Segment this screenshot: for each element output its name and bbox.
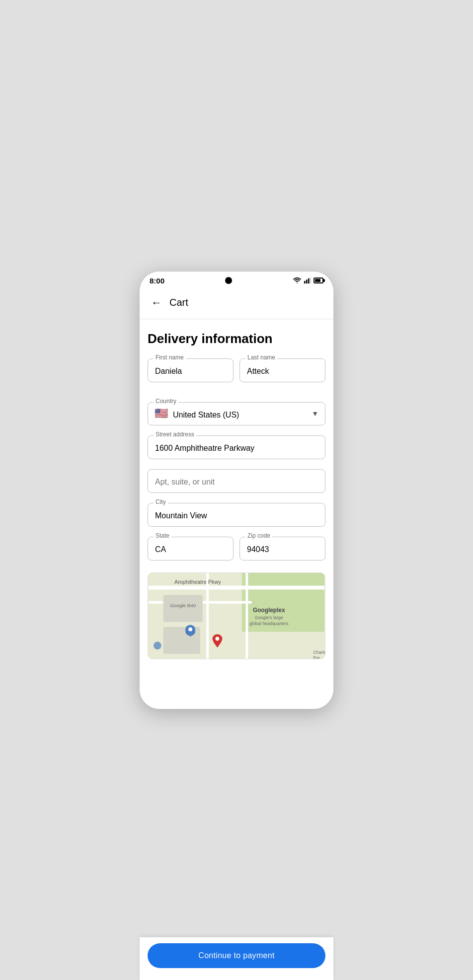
status-time: 8:00 [150,277,164,285]
svg-text:global headquarters: global headquarters [249,621,289,626]
svg-text:Amphitheatre Pkwy: Amphitheatre Pkwy [174,578,221,584]
status-icons [293,277,323,284]
last-name-group: Last name [239,358,325,382]
last-name-label: Last name [245,354,277,361]
city-group: City [148,503,325,527]
svg-text:Par: Par [313,655,320,658]
state-group: State [148,537,234,560]
country-group: Country 🇺🇸 United States (US) Canada Uni… [148,402,325,425]
svg-point-21 [215,636,219,640]
svg-rect-1 [306,280,308,283]
name-row: First name Last name [148,358,325,392]
svg-rect-10 [163,595,203,622]
page-title: Delivery information [148,331,325,347]
map-svg: Amphitheatre Pkwy Google B40 Googleplex … [148,573,325,659]
svg-rect-0 [304,281,306,283]
country-select-wrapper: 🇺🇸 United States (US) Canada United King… [148,402,325,425]
svg-point-22 [154,641,161,649]
svg-text:Googleplex: Googleplex [253,607,285,614]
zip-input[interactable] [239,537,325,560]
svg-text:Charle: Charle [313,650,325,655]
back-arrow-icon: ← [151,297,162,308]
svg-point-20 [188,627,192,631]
country-select[interactable]: United States (US) Canada United Kingdom [148,402,325,425]
city-input[interactable] [148,503,325,527]
zip-group: Zip code [239,537,325,560]
phone-frame: 8:00 ← Cart [140,272,333,709]
svg-rect-2 [308,279,310,284]
wifi-icon [293,277,302,284]
state-input[interactable] [148,537,234,560]
city-label: City [154,498,168,505]
battery-icon [314,278,323,283]
back-button[interactable]: ← [148,294,165,312]
first-name-input[interactable] [148,358,234,382]
status-bar: 8:00 [140,272,333,288]
street-address-group: Street address [148,435,325,459]
svg-rect-3 [310,278,311,283]
first-name-label: First name [154,354,186,361]
apt-group [148,469,325,493]
street-address-input[interactable] [148,435,325,459]
street-address-label: Street address [154,431,196,438]
svg-text:Google's large: Google's large [255,615,283,620]
content-area: Delivery information First name Last nam… [140,319,333,709]
last-name-input[interactable] [239,358,325,382]
state-zip-row: State Zip code [148,537,325,570]
state-label: State [154,532,171,539]
zip-label: Zip code [245,532,272,539]
country-label: Country [154,398,178,405]
top-nav: ← Cart [140,288,333,319]
signal-icon [304,277,311,284]
nav-title: Cart [169,297,188,308]
map-preview: Amphitheatre Pkwy Google B40 Googleplex … [148,572,325,659]
apt-input[interactable] [148,469,325,493]
first-name-group: First name [148,358,234,382]
svg-text:Google B40: Google B40 [170,603,196,608]
camera-dot [225,277,232,284]
